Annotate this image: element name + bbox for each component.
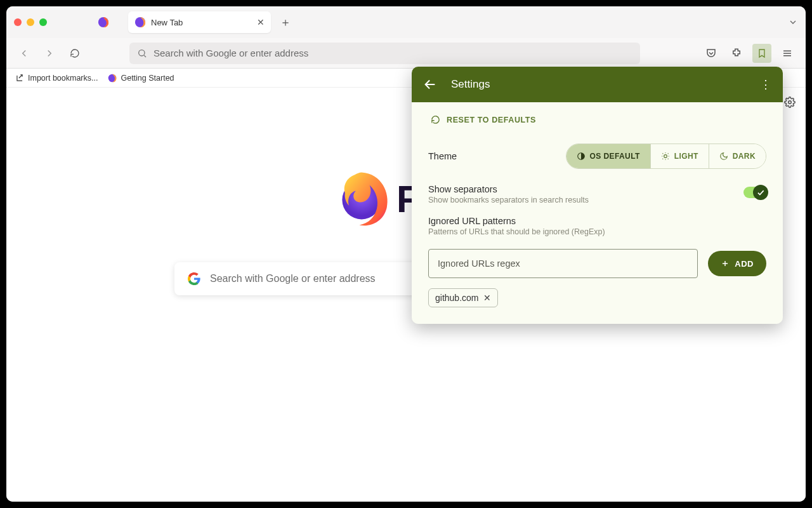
close-window-button[interactable] <box>14 18 22 26</box>
browser-tab[interactable]: New Tab ✕ <box>128 11 271 33</box>
svg-line-17 <box>662 153 663 154</box>
svg-point-2 <box>139 50 145 55</box>
ignored-chips: github.com ✕ <box>428 288 766 307</box>
minimize-window-button[interactable] <box>27 18 34 26</box>
svg-point-12 <box>664 155 667 158</box>
tab-title: New Tab <box>151 18 183 27</box>
reset-icon <box>431 115 440 124</box>
bookmark-extension-icon[interactable] <box>752 44 771 63</box>
import-bookmarks-label: Import bookmarks... <box>28 74 98 83</box>
separators-text: Show separators Show bookmarks separator… <box>428 184 589 204</box>
svg-line-3 <box>144 55 146 57</box>
separators-title: Show separators <box>428 184 589 194</box>
chip-label: github.com <box>435 293 478 303</box>
svg-line-18 <box>667 159 668 159</box>
import-bookmarks-button[interactable]: Import bookmarks... <box>15 74 98 83</box>
window-controls <box>14 18 47 26</box>
add-label: ADD <box>735 259 754 269</box>
separators-row: Show separators Show bookmarks separator… <box>428 180 766 204</box>
add-button[interactable]: ADD <box>708 251 766 276</box>
getting-started-bookmark[interactable]: Getting Started <box>108 74 174 83</box>
browser-window: New Tab ✕ ＋ Search with Google or enter … <box>6 6 806 502</box>
theme-os-default-button[interactable]: OS DEFAULT <box>566 144 650 168</box>
reload-button[interactable] <box>66 44 84 62</box>
nav-toolbar: Search with Google or enter address <box>6 38 806 69</box>
svg-point-8 <box>789 101 792 104</box>
theme-light-label: LIGHT <box>674 152 698 161</box>
plus-icon <box>721 259 730 268</box>
auto-icon <box>577 152 586 161</box>
chip-github: github.com ✕ <box>428 288 498 307</box>
new-tab-button[interactable]: ＋ <box>280 15 291 30</box>
back-icon[interactable] <box>423 77 437 91</box>
hamburger-menu-icon[interactable] <box>778 44 797 63</box>
search-icon <box>137 48 147 58</box>
theme-os-label: OS DEFAULT <box>590 152 640 161</box>
sun-icon <box>661 152 670 161</box>
tabs-dropdown-icon[interactable] <box>788 17 798 27</box>
more-menu-icon[interactable]: ⋮ <box>760 77 771 91</box>
getting-started-label: Getting Started <box>121 74 174 83</box>
newtab-settings-icon[interactable] <box>784 97 796 108</box>
firefox-icon <box>98 17 109 28</box>
firefox-icon <box>108 74 117 83</box>
close-tab-icon[interactable]: ✕ <box>257 17 265 27</box>
pocket-icon[interactable] <box>702 44 721 63</box>
theme-label: Theme <box>428 151 457 161</box>
firefox-icon <box>134 17 146 28</box>
ignored-input-row: ADD <box>428 249 766 278</box>
panel-header: Settings ⋮ <box>412 67 783 102</box>
extensions-icon[interactable] <box>727 44 746 63</box>
theme-segmented: OS DEFAULT LIGHT DARK <box>566 144 766 169</box>
reset-defaults-button[interactable]: RESET TO DEFAULTS <box>431 115 766 124</box>
forward-button[interactable] <box>41 44 58 62</box>
page-content: F Search with Google or enter address Se… <box>6 88 806 502</box>
theme-light-button[interactable]: LIGHT <box>650 144 709 168</box>
theme-row: Theme OS DEFAULT LIGHT DARK <box>428 144 766 169</box>
address-placeholder: Search with Google or enter address <box>154 48 308 58</box>
separators-desc: Show bookmarks separators in search resu… <box>428 196 589 204</box>
maximize-window-button[interactable] <box>39 18 47 26</box>
reset-label: RESET TO DEFAULTS <box>447 116 536 124</box>
ignored-title: Ignored URL patterns <box>428 216 766 226</box>
back-button[interactable] <box>15 44 33 62</box>
theme-dark-button[interactable]: DARK <box>709 144 766 168</box>
address-bar[interactable]: Search with Google or enter address <box>129 43 640 64</box>
toolbar-right <box>702 44 797 63</box>
ignored-regex-input[interactable] <box>428 249 698 278</box>
svg-line-19 <box>667 153 668 154</box>
settings-panel: Settings ⋮ RESET TO DEFAULTS Theme OS DE… <box>412 67 783 324</box>
google-icon <box>187 272 201 286</box>
panel-body: RESET TO DEFAULTS Theme OS DEFAULT LIGHT <box>412 102 783 324</box>
moon-icon <box>719 152 728 161</box>
panel-title: Settings <box>451 78 490 91</box>
svg-line-20 <box>662 159 663 159</box>
theme-dark-label: DARK <box>733 152 756 161</box>
import-icon <box>15 74 24 83</box>
remove-chip-icon[interactable]: ✕ <box>483 293 491 303</box>
ignored-section: Ignored URL patterns Patterns of URLs th… <box>428 216 766 236</box>
newtab-search-placeholder: Search with Google or enter address <box>210 273 376 284</box>
firefox-logo: F <box>333 170 420 227</box>
check-icon <box>753 185 768 200</box>
ignored-desc: Patterns of URLs that should be ignored … <box>428 227 766 236</box>
separators-toggle[interactable] <box>743 187 766 198</box>
titlebar: New Tab ✕ ＋ <box>6 6 806 38</box>
